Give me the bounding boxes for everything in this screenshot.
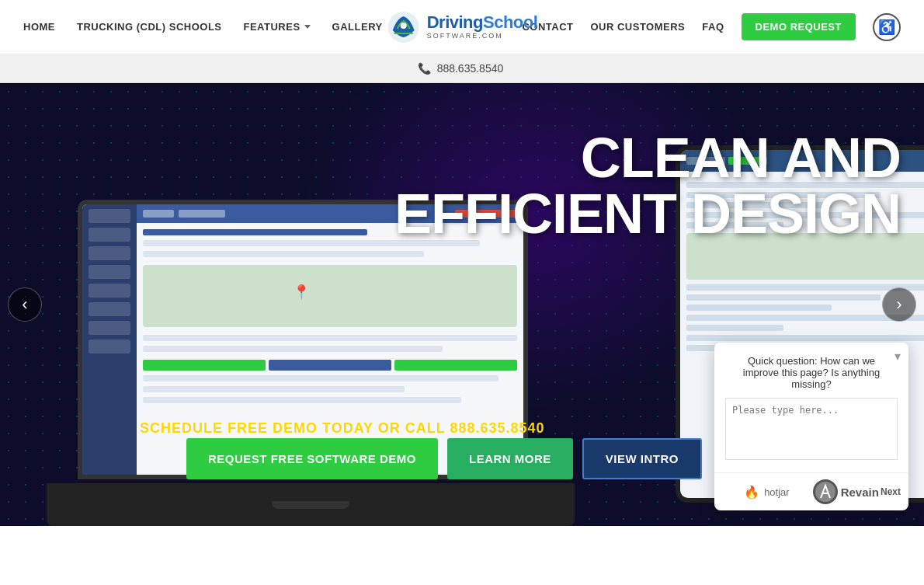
chevron-down-icon: [304, 25, 311, 29]
phone-icon: 📞: [418, 62, 431, 75]
hotjar-next-button[interactable]: Next: [881, 486, 901, 497]
prev-slide-button[interactable]: ‹: [8, 287, 42, 322]
accessibility-icon: ♿: [878, 19, 895, 36]
hotjar-header: ▾ Quick question: How can we improve thi…: [714, 343, 908, 472]
hotjar-flame-icon: 🔥: [744, 485, 759, 500]
hotjar-branding-bar: 🔥 hotjar Revain Next: [714, 472, 908, 510]
logo-icon: [387, 10, 421, 44]
demo-request-button[interactable]: DEMO REQUEST: [742, 13, 856, 40]
revain-label: Revain: [841, 486, 879, 499]
nav-home[interactable]: HOME: [23, 21, 55, 33]
laptop-base: [47, 483, 575, 526]
chevron-down-icon: ▾: [894, 350, 901, 363]
next-slide-button[interactable]: ›: [882, 287, 916, 322]
nav-features[interactable]: FEATURES: [244, 21, 311, 33]
hotjar-name: hotjar: [764, 486, 790, 498]
accessibility-button[interactable]: ♿: [873, 13, 901, 41]
revain-icon: [813, 479, 838, 504]
logo-sub-text: SOFTWARE.COM: [427, 33, 538, 40]
nav-trucking[interactable]: TRUCKING (CDL) SCHOOLS: [77, 21, 222, 33]
view-intro-button[interactable]: VIEW INTRO: [582, 438, 702, 479]
logo-text: DrivingSchool SOFTWARE.COM: [427, 13, 538, 40]
phone-number[interactable]: 888.635.8540: [437, 62, 504, 75]
hotjar-close-button[interactable]: ▾: [894, 349, 901, 364]
navbar: HOME TRUCKING (CDL) SCHOOLS FEATURES GAL…: [0, 0, 924, 54]
revain-logo: Revain: [813, 479, 879, 504]
hotjar-logo: 🔥 hotjar: [744, 485, 790, 500]
nav-our-customers[interactable]: OUR CUSTOMERS: [590, 21, 685, 33]
hero-title-line1: CLEAN AND EFFICIENT DESIGN: [394, 130, 901, 242]
phone-bar: 📞 888.635.8540: [0, 54, 924, 83]
hero-cta-buttons: REQUEST FREE SOFTWARE DEMO LEARN MORE VI…: [186, 438, 702, 479]
logo-main-text: DrivingSchool: [427, 12, 538, 32]
nav-faq[interactable]: FAQ: [702, 21, 724, 33]
nav-right: CONTACT OUR CUSTOMERS FAQ DEMO REQUEST ♿: [522, 13, 901, 41]
svg-point-1: [401, 23, 407, 29]
nav-gallery[interactable]: GALLERY: [332, 21, 383, 33]
nav-left: HOME TRUCKING (CDL) SCHOOLS FEATURES GAL…: [23, 21, 383, 33]
hotjar-feedback-popup: ▾ Quick question: How can we improve thi…: [714, 343, 908, 510]
hero-section: ‹: [0, 83, 924, 526]
learn-more-button[interactable]: LEARN MORE: [447, 438, 573, 479]
hotjar-textarea[interactable]: [725, 398, 898, 460]
hotjar-question: Quick question: How can we improve this …: [725, 352, 898, 393]
hero-text-block: CLEAN AND EFFICIENT DESIGN: [394, 130, 901, 242]
schedule-text: SCHEDULE FREE DEMO TODAY OR CALL 888.635…: [140, 420, 545, 437]
logo[interactable]: DrivingSchool SOFTWARE.COM: [387, 10, 538, 44]
request-demo-button[interactable]: REQUEST FREE SOFTWARE DEMO: [186, 438, 438, 479]
